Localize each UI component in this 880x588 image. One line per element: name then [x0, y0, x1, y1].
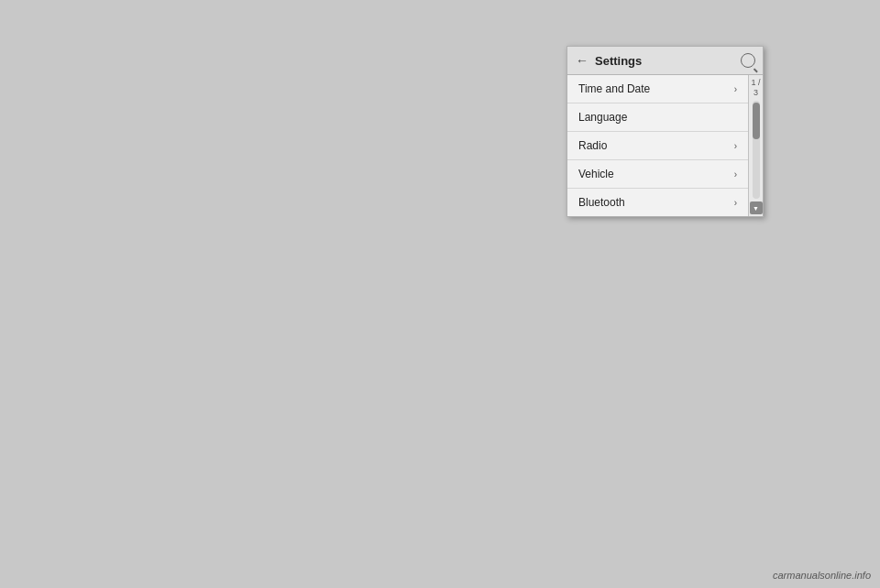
page-total: 3 [754, 88, 758, 97]
chevron-right-icon-bluetooth: › [734, 198, 737, 208]
back-icon[interactable]: ← [575, 53, 589, 68]
scroll-track[interactable] [753, 101, 760, 199]
search-icon[interactable] [741, 53, 755, 68]
scroll-thumb[interactable] [753, 103, 760, 139]
settings-header-left: ← Settings [575, 53, 642, 68]
chevron-right-icon-radio: › [734, 141, 737, 151]
settings-header: ← Settings [567, 47, 763, 75]
chevron-right-icon-vehicle: › [734, 169, 737, 180]
page-indicator: 1 / 3 [749, 75, 763, 98]
page-current: 1 [751, 78, 755, 87]
item-label-radio: Radio [578, 139, 607, 152]
watermark: carmanualsonline.info [773, 570, 871, 581]
item-label-bluetooth: Bluetooth [578, 196, 625, 209]
settings-item-vehicle[interactable]: Vehicle › [567, 160, 748, 189]
settings-item-language[interactable]: Language [567, 103, 748, 132]
settings-item-radio[interactable]: Radio › [567, 132, 748, 160]
settings-item-bluetooth[interactable]: Bluetooth › [567, 189, 748, 216]
watermark-text: carmanualsonline.info [773, 570, 871, 581]
settings-list: Time and Date › Language Radio › Vehicle… [567, 75, 748, 216]
settings-panel: ← Settings Time and Date › Language Radi… [566, 46, 764, 217]
scrollbar-area: 1 / 3 [748, 75, 763, 216]
chevron-right-icon: › [734, 84, 737, 94]
page-separator: / [758, 78, 761, 87]
item-label-language: Language [578, 111, 627, 124]
settings-body: Time and Date › Language Radio › Vehicle… [567, 75, 763, 216]
scroll-down-button[interactable] [750, 201, 763, 214]
settings-title: Settings [595, 54, 642, 68]
item-label-time-and-date: Time and Date [578, 82, 650, 95]
item-label-vehicle: Vehicle [578, 168, 614, 180]
settings-item-time-and-date[interactable]: Time and Date › [567, 75, 748, 103]
